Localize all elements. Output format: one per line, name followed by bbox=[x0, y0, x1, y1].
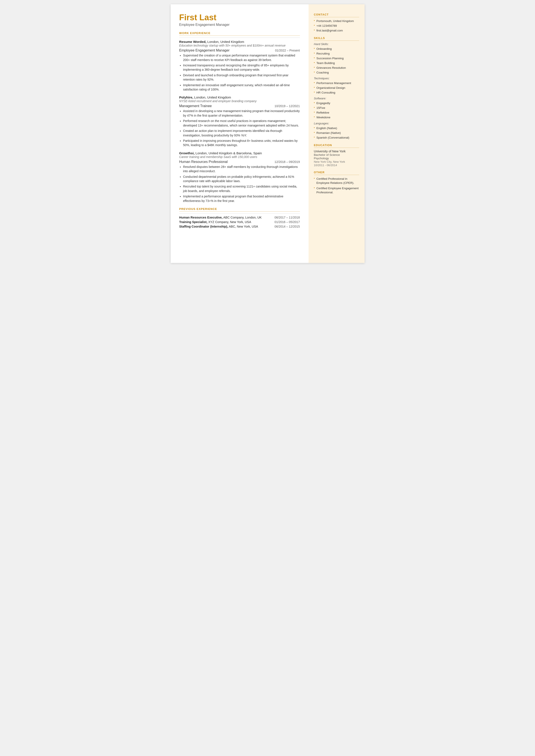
job-title: Employee Engagement Manager bbox=[179, 23, 300, 27]
bullets-0: Supervised the creation of a unique perf… bbox=[183, 53, 300, 92]
role-row-0: Employee Engagement Manager 01/2022 – Pr… bbox=[179, 48, 300, 52]
technique-0: Performance Management bbox=[314, 81, 359, 85]
bullet-1-2: Created an action plan to implement impr… bbox=[183, 129, 300, 137]
job-block-1: Polyhire, London, United Kingdom NYSE-li… bbox=[179, 96, 300, 147]
prev-job-2-dates: 06/2014 – 12/2015 bbox=[274, 225, 300, 228]
other-item-1: Certified Employee Engagement Profession… bbox=[314, 186, 359, 194]
contact-list: Portsmouth, United Kingdom +44 123456789… bbox=[314, 19, 359, 33]
main-column: First Last Employee Engagement Manager W… bbox=[171, 4, 309, 263]
hard-skill-4: Grievances Resolution bbox=[314, 66, 359, 70]
job-block-0: Resume Worded, London, United Kingdom Ed… bbox=[179, 40, 300, 92]
work-experience-header: WORK EXPERIENCE bbox=[179, 32, 300, 36]
company-desc-2: Career training and membership SaaS with… bbox=[179, 155, 300, 159]
company-name-1: Polyhire, London, United Kingdom bbox=[179, 96, 300, 99]
company-name-2: Growthsi, London, United Kingdom & Barce… bbox=[179, 151, 300, 155]
language-1: Romanian (Native) bbox=[314, 131, 359, 135]
languages-label: Languages: bbox=[314, 122, 359, 125]
company-name-0: Resume Worded, London, United Kingdom bbox=[179, 40, 300, 44]
technique-1: Organizational Design bbox=[314, 86, 359, 90]
bullet-1-1: Performed research on the most useful pr… bbox=[183, 119, 300, 127]
edu-field-0: Psychology bbox=[314, 157, 359, 160]
hard-skill-3: Team Building bbox=[314, 61, 359, 65]
hard-skill-5: Coaching bbox=[314, 70, 359, 74]
prev-job-1: Training Specialist, XYZ Company, New Yo… bbox=[179, 220, 300, 224]
prev-job-2-title: Staffing Coordinator (Internship), ABC, … bbox=[179, 225, 258, 228]
bullet-2-3: Implemented a performance appraisal prog… bbox=[183, 194, 300, 203]
software-list: Engagedly 15Five Reflektive Weekdone bbox=[314, 101, 359, 119]
software-2: Reflektive bbox=[314, 111, 359, 115]
edu-degree-0: Bachelor of Science bbox=[314, 153, 359, 156]
contact-phone: +44 123456789 bbox=[314, 24, 359, 28]
techniques-list: Performance Management Organizational De… bbox=[314, 81, 359, 95]
company-desc-0: Education technology startup with 50+ em… bbox=[179, 44, 300, 47]
education-header: EDUCATION bbox=[314, 144, 359, 148]
prev-job-1-title: Training Specialist, XYZ Company, New Yo… bbox=[179, 220, 251, 224]
bullet-2-0: Resolved disputes between 28+ staff memb… bbox=[183, 165, 300, 174]
software-1: 15Five bbox=[314, 106, 359, 110]
role-row-2: Human Resources Professional 12/2018 – 0… bbox=[179, 160, 300, 164]
prev-job-2: Staffing Coordinator (Internship), ABC, … bbox=[179, 225, 300, 228]
hard-skills-label: Hard Skills: bbox=[314, 42, 359, 46]
edu-dates-0: 10/2011 - 06/2014 bbox=[314, 164, 359, 167]
bullets-1: Assisted in developing a new management … bbox=[183, 109, 300, 147]
resume-container: First Last Employee Engagement Manager W… bbox=[171, 4, 365, 263]
skills-header: SKILLS bbox=[314, 37, 359, 41]
other-header: OTHER bbox=[314, 171, 359, 175]
edu-location-0: New York City, New York bbox=[314, 160, 359, 163]
edu-block-0: University of New York Bachelor of Scien… bbox=[314, 150, 359, 167]
other-item-0: Certified Professional in Employee Relat… bbox=[314, 177, 359, 185]
role-title-1: Management Trainee bbox=[179, 104, 212, 108]
hard-skill-2: Succession Planning bbox=[314, 56, 359, 60]
role-row-1: Management Trainee 10/2019 – 12/2021 bbox=[179, 104, 300, 108]
prev-job-0: Human Resources Executive, ABC Company, … bbox=[179, 216, 300, 219]
technique-2: HR Consulting bbox=[314, 91, 359, 95]
contact-email: first.last@gmail.com bbox=[314, 28, 359, 33]
prev-exp-list: Human Resources Executive, ABC Company, … bbox=[179, 216, 300, 228]
bullet-1-0: Assisted in developing a new management … bbox=[183, 109, 300, 118]
job-block-2: Growthsi, London, United Kingdom & Barce… bbox=[179, 151, 300, 203]
role-dates-0: 01/2022 – Present bbox=[275, 49, 300, 52]
hard-skills-list: Onboarding Recruiting Succession Plannin… bbox=[314, 47, 359, 74]
bullet-0-0: Supervised the creation of a unique perf… bbox=[183, 53, 300, 62]
name: First Last bbox=[179, 13, 300, 22]
bullet-0-1: Increased transparency around recognizin… bbox=[183, 63, 300, 72]
bullet-2-2: Recruited top talent by sourcing and scr… bbox=[183, 184, 300, 193]
prev-job-0-title: Human Resources Executive, ABC Company, … bbox=[179, 216, 262, 219]
bullet-0-3: Implemented an innovative staff engageme… bbox=[183, 83, 300, 92]
software-label: Software: bbox=[314, 97, 359, 100]
edu-school-0: University of New York bbox=[314, 150, 359, 153]
role-title-0: Employee Engagement Manager bbox=[179, 48, 230, 52]
language-2: Spanish (Conversational) bbox=[314, 136, 359, 140]
role-dates-1: 10/2019 – 12/2021 bbox=[274, 104, 300, 108]
prev-job-1-dates: 01/2016 – 05/2017 bbox=[274, 220, 300, 224]
languages-list: English (Native) Romanian (Native) Spani… bbox=[314, 126, 359, 140]
software-3: Weekdone bbox=[314, 115, 359, 119]
techniques-label: Techniques: bbox=[314, 77, 359, 80]
contact-header: CONTACT bbox=[314, 13, 359, 17]
contact-address: Portsmouth, United Kingdom bbox=[314, 19, 359, 23]
bullets-2: Resolved disputes between 28+ staff memb… bbox=[183, 165, 300, 203]
bullet-2-1: Conducted departmental probes on probabl… bbox=[183, 175, 300, 183]
role-title-2: Human Resources Professional bbox=[179, 160, 228, 164]
bullet-1-3: Participated in improving processes thro… bbox=[183, 139, 300, 147]
bullet-0-2: Devised and launched a thorough onboardi… bbox=[183, 73, 300, 82]
language-0: English (Native) bbox=[314, 126, 359, 130]
previous-experience-header: PREVIOUS EXPERIENCE bbox=[179, 207, 300, 211]
software-0: Engagedly bbox=[314, 101, 359, 105]
prev-job-0-dates: 06/2017 – 11/2018 bbox=[274, 216, 300, 219]
company-desc-1: NYSE-listed recruitment and employer bra… bbox=[179, 99, 300, 103]
hard-skill-1: Recruiting bbox=[314, 51, 359, 56]
hard-skill-0: Onboarding bbox=[314, 47, 359, 51]
role-dates-2: 12/2018 – 09/2019 bbox=[274, 160, 300, 164]
sidebar: CONTACT Portsmouth, United Kingdom +44 1… bbox=[309, 4, 365, 263]
